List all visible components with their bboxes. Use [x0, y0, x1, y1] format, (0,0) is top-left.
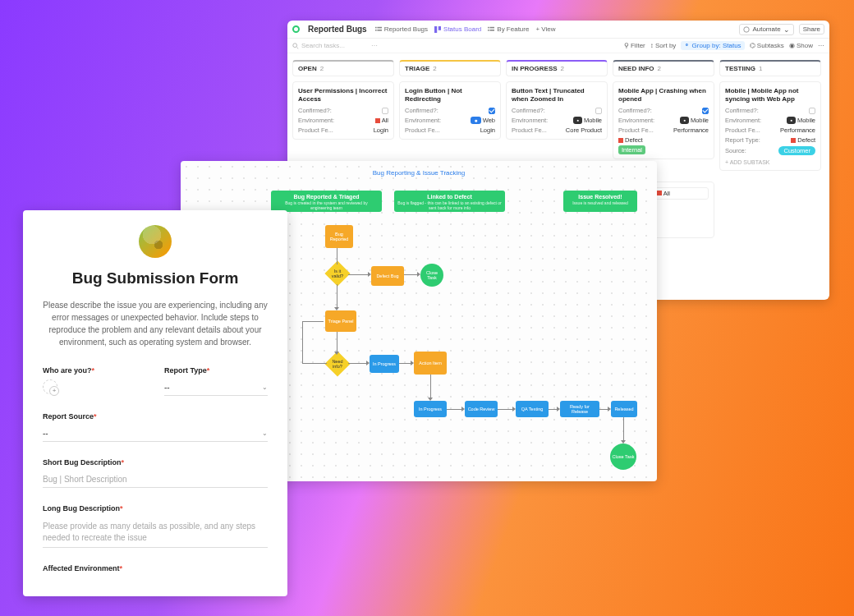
field-affected-environment: Affected Environment*: [43, 564, 268, 572]
arrow-icon: [608, 407, 611, 411]
wb-node-action-item[interactable]: Action Item: [414, 352, 447, 375]
svg-rect-0: [375, 26, 377, 28]
arrow-icon: [368, 272, 371, 277]
flag-icon: [618, 138, 623, 143]
svg-rect-9: [490, 30, 495, 31]
short-desc-input[interactable]: Bug | Short Description: [43, 471, 268, 488]
board-header: Reported Bugs Reported Bugs Status Board…: [287, 21, 829, 39]
card-open-1[interactable]: User Permissions | Incorrect Access Conf…: [292, 81, 394, 140]
card-title: Login Button | Not Redirecting: [405, 87, 495, 103]
checkbox-icon[interactable]: [489, 108, 495, 114]
wb-connector: [337, 332, 337, 353]
arrow-icon: [512, 407, 516, 411]
mobile-badge: ▪: [680, 117, 688, 124]
tab-reported-bugs[interactable]: Reported Bugs: [375, 25, 428, 33]
arrow-icon: [461, 407, 465, 411]
source-badge: Internal: [618, 145, 645, 154]
column-header[interactable]: TESTIING 1: [719, 60, 821, 76]
field-who-are-you: Who are you?*: [43, 366, 146, 396]
checkbox-icon[interactable]: [382, 108, 388, 114]
list-icon: [375, 26, 382, 33]
wb-node-triage[interactable]: Triage Panel: [325, 310, 356, 332]
wb-connector: [337, 248, 337, 264]
wb-header-1: Bug Reported & Triaged Bug is created in…: [271, 191, 382, 212]
wb-node-qa-testing[interactable]: QA Testing: [516, 401, 549, 417]
wb-node-code-review[interactable]: Code Review: [465, 401, 498, 417]
flag-icon: [791, 138, 796, 143]
robot-icon: [743, 26, 750, 33]
web-badge: ●: [471, 117, 480, 124]
tab-label: Reported Bugs: [384, 25, 428, 33]
wb-connector: [337, 284, 337, 309]
wb-node-defect-bug[interactable]: Defect Bug: [371, 266, 404, 286]
wb-connector: [430, 375, 431, 399]
view-tabs: Reported Bugs Status Board By Feature + …: [375, 25, 556, 33]
checkbox-icon[interactable]: [595, 108, 602, 114]
show-button[interactable]: ◉ Show: [789, 42, 813, 49]
group-by-button[interactable]: ⚬ Group by: Status: [681, 41, 744, 50]
column-testing: TESTIING 1 Mobile | Mobile App not synci…: [719, 60, 821, 293]
card-title: Mobile | Mobile App not syncing with Web…: [725, 87, 815, 103]
card-triage-1[interactable]: Login Button | Not Redirecting Confirmed…: [399, 81, 501, 140]
card-title: User Permissions | Incorrect Access: [298, 87, 388, 103]
column-header[interactable]: IN PROGRESS 2: [506, 60, 608, 76]
flag-icon: [375, 118, 380, 123]
sort-button[interactable]: ↕ Sort by: [650, 42, 677, 49]
report-type-select[interactable]: --⌄: [164, 379, 268, 396]
share-button[interactable]: Share: [799, 24, 824, 34]
search-icon: [292, 43, 299, 49]
automate-button[interactable]: Automate: [739, 24, 793, 35]
arrow-icon: [557, 407, 560, 411]
long-desc-input[interactable]: Please provide as many details as possib…: [43, 517, 268, 548]
card-needinfo-1[interactable]: Mobile App | Crashing when opened Confir…: [613, 81, 714, 159]
svg-rect-3: [377, 30, 382, 31]
tab-label: By Feature: [497, 25, 529, 33]
card-testing-1[interactable]: Mobile | Mobile App not syncing with Web…: [719, 81, 821, 171]
column-header[interactable]: TRIAGE 2: [399, 60, 501, 76]
filter-button[interactable]: ⚲ Filter: [624, 42, 645, 49]
wb-node-released[interactable]: Released: [611, 401, 637, 417]
wb-node-inprogress[interactable]: In Progress: [370, 355, 399, 373]
checkbox-icon[interactable]: [702, 108, 709, 114]
tab-by-feature[interactable]: By Feature: [488, 25, 529, 33]
tab-status-board[interactable]: Status Board: [434, 25, 481, 33]
more-icon[interactable]: [371, 42, 378, 49]
form-title: Bug Submission Form: [43, 269, 268, 287]
whiteboard-title: Bug Reporting & Issue Tracking: [373, 169, 466, 177]
subtasks-button[interactable]: ⌬ Subtasks: [750, 42, 784, 49]
search-input[interactable]: Search tasks...: [292, 42, 366, 49]
wb-node-inprogress2[interactable]: In Progress: [414, 401, 447, 417]
arrow-icon: [621, 440, 626, 444]
wb-node-close-task[interactable]: Close Task: [420, 264, 443, 287]
add-view-button[interactable]: + View: [535, 25, 555, 33]
svg-rect-8: [488, 30, 489, 31]
wb-node-diamond-needinfo[interactable]: Need info?: [324, 351, 350, 376]
report-source-select[interactable]: --⌄: [43, 425, 268, 442]
assignee-picker[interactable]: [43, 379, 57, 394]
list-icon: [488, 26, 494, 33]
wb-node-close-task-2[interactable]: Close Task: [610, 444, 636, 470]
arrow-icon: [417, 272, 420, 277]
field-report-source: Report Source* --⌄: [43, 412, 268, 442]
svg-rect-2: [375, 30, 377, 31]
column-header[interactable]: NEED INFO 2: [613, 60, 714, 76]
svg-rect-7: [490, 26, 495, 28]
chevron-down-icon: [783, 25, 790, 34]
field-long-description: Long Bug Description* Please provide as …: [43, 504, 268, 548]
arrow-icon: [366, 361, 370, 365]
svg-rect-1: [377, 26, 382, 28]
wb-connector: [302, 363, 327, 364]
field-report-type: Report Type* --⌄: [164, 366, 268, 396]
mobile-badge: ▪: [787, 117, 795, 124]
wb-node-diamond-valid[interactable]: Is it valid?: [324, 260, 350, 286]
column-header[interactable]: OPEN 2: [292, 60, 394, 76]
wb-node-bug-reported[interactable]: Bug Reported: [325, 225, 353, 248]
source-badge: Customer: [778, 146, 815, 155]
card-inprogress-1[interactable]: Button Text | Truncated when Zoomed In C…: [506, 81, 608, 140]
flag-icon: [657, 191, 662, 195]
checkbox-icon[interactable]: [809, 108, 815, 114]
more-options-icon[interactable]: [818, 42, 824, 49]
add-subtask-button[interactable]: + ADD SUBTASK: [725, 159, 815, 165]
wb-header-2: Linked to Defect Bug is flagged - this c…: [394, 191, 505, 212]
wb-node-ready-release[interactable]: Ready for Release: [560, 401, 599, 417]
